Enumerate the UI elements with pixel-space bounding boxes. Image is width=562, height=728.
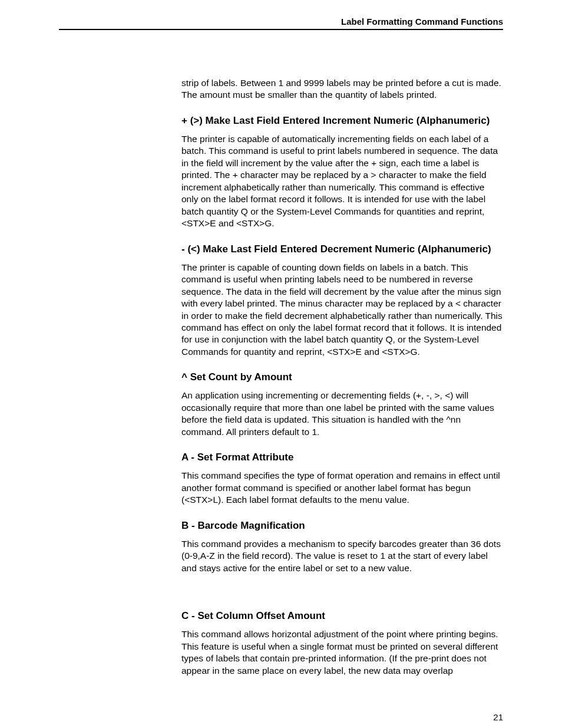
- intro-paragraph: strip of labels. Between 1 and 9999 labe…: [181, 77, 503, 101]
- section-heading-format-attribute: A - Set Format Attribute: [181, 451, 503, 464]
- section-heading-increment: + (>) Make Last Field Entered Increment …: [181, 114, 503, 127]
- section-body-decrement: The printer is capable of counting down …: [181, 262, 503, 358]
- section-body-barcode-mag: This command provides a mechanism to spe…: [181, 538, 503, 574]
- section-heading-count: ^ Set Count by Amount: [181, 371, 503, 384]
- section-heading-column-offset: C - Set Column Offset Amount: [181, 610, 503, 622]
- main-content: strip of labels. Between 1 and 9999 labe…: [181, 77, 503, 677]
- section-body-increment: The printer is capable of automatically …: [181, 133, 503, 230]
- page-number: 21: [59, 712, 503, 722]
- section-heading-barcode-mag: B - Barcode Magnification: [181, 519, 503, 532]
- section-body-count: An application using incrementing or dec…: [181, 390, 503, 438]
- section-body-column-offset: This command allows horizontal adjustmen…: [181, 628, 503, 677]
- section-heading-decrement: - (<) Make Last Field Entered Decrement …: [181, 243, 503, 256]
- running-header: Label Formatting Command Functions: [59, 17, 503, 30]
- section-body-format-attribute: This command specifies the type of forma…: [181, 470, 503, 506]
